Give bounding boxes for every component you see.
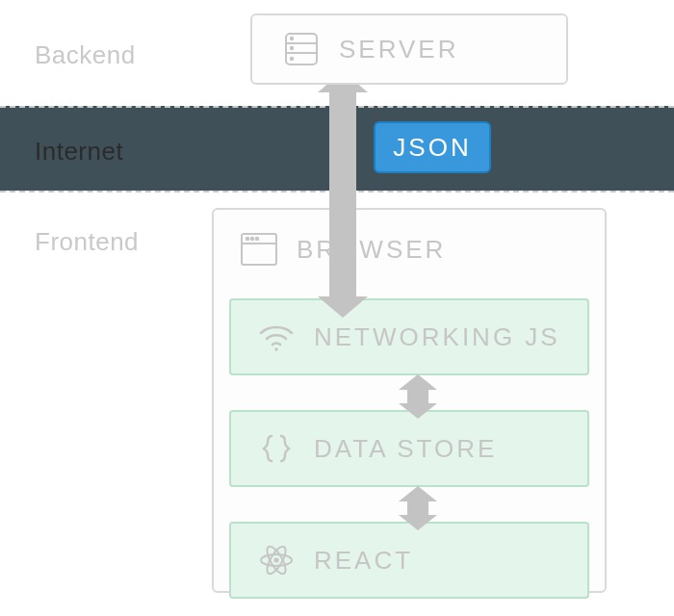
svg-point-10 — [256, 238, 259, 241]
svg-point-3 — [291, 38, 293, 39]
react-atom-icon — [256, 540, 297, 580]
frontend-label: Frontend — [35, 227, 139, 257]
svg-point-4 — [291, 47, 293, 49]
backend-label: Backend — [35, 40, 136, 70]
browser-window-icon — [239, 229, 279, 270]
json-badge: JSON — [374, 121, 491, 173]
datastore-box: DATA STORE — [229, 410, 589, 487]
braces-icon — [256, 428, 297, 469]
server-title: SERVER — [339, 35, 458, 64]
react-title: REACT — [314, 546, 413, 576]
server-browser-arrow — [318, 71, 368, 318]
react-box: REACT — [229, 522, 589, 599]
datastore-react-arrow — [399, 486, 437, 530]
datastore-title: DATA STORE — [314, 434, 497, 464]
server-icon — [281, 29, 322, 69]
svg-point-11 — [274, 347, 278, 351]
svg-point-8 — [246, 238, 249, 241]
svg-point-9 — [251, 238, 254, 241]
networking-box: NETWORKING JS — [229, 298, 589, 375]
internet-label: Internet — [35, 137, 123, 167]
wifi-icon — [256, 317, 297, 357]
networking-datastore-arrow — [399, 374, 437, 419]
server-box: SERVER — [250, 13, 568, 85]
svg-point-15 — [274, 558, 279, 563]
networking-title: NETWORKING JS — [314, 322, 560, 352]
svg-point-5 — [291, 58, 293, 60]
